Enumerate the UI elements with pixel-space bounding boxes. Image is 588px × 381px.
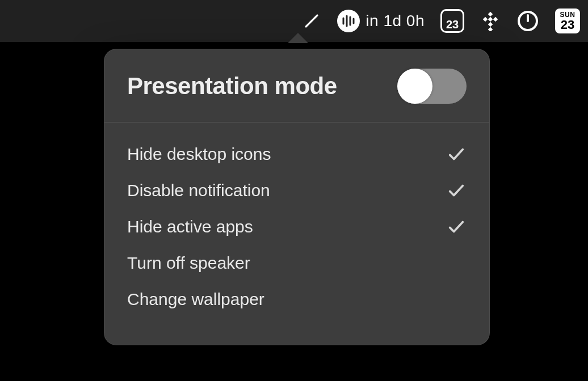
check-icon: [446, 217, 467, 237]
day-badge-dow: SUN: [560, 11, 576, 18]
menu-item-change-wallpaper[interactable]: Change wallpaper: [127, 281, 467, 318]
menubar-calendar-item[interactable]: 23: [440, 0, 464, 42]
calendar-day-number: 23: [446, 19, 459, 30]
svg-rect-6: [488, 12, 493, 16]
popover-panel: Presentation mode Hide desktop icons Dis…: [104, 49, 490, 345]
popover-arrow: [288, 33, 308, 43]
day-badge-number: 23: [561, 19, 574, 31]
popover-menu-list: Hide desktop icons Disable notification …: [104, 122, 489, 345]
popover-header: Presentation mode: [104, 49, 489, 122]
check-icon: [446, 144, 467, 164]
menubar-day-badge-item[interactable]: SUN 23: [555, 0, 580, 42]
menu-item-disable-notification[interactable]: Disable notification: [127, 172, 467, 209]
svg-rect-7: [483, 17, 488, 22]
power-circle-icon: [516, 10, 539, 32]
menubar-sound-item[interactable]: in 1d 0h: [337, 0, 425, 42]
svg-rect-10: [488, 22, 493, 27]
svg-line-0: [306, 15, 317, 27]
menubar-power-item[interactable]: [516, 0, 539, 42]
menu-item-label: Hide desktop icons: [127, 145, 271, 164]
svg-point-1: [337, 10, 360, 32]
presentation-mode-toggle[interactable]: [397, 69, 467, 104]
svg-rect-8: [493, 17, 498, 22]
pencil-icon: [302, 11, 321, 31]
diamond-grid-icon: [480, 11, 501, 31]
menu-item-turn-off-speaker[interactable]: Turn off speaker: [127, 245, 467, 281]
menu-item-label: Change wallpaper: [127, 290, 264, 309]
check-icon: [446, 180, 467, 201]
menu-item-label: Disable notification: [127, 181, 270, 200]
toggle-knob: [397, 69, 432, 104]
popover-title: Presentation mode: [127, 73, 337, 100]
sound-countdown-label: in 1d 0h: [366, 12, 425, 30]
menu-item-hide-active-apps[interactable]: Hide active apps: [127, 209, 467, 245]
svg-rect-11: [488, 27, 493, 31]
menubar-diamond-grid-item[interactable]: [480, 0, 501, 42]
menu-item-label: Hide active apps: [127, 217, 253, 236]
sound-waveform-icon: [337, 10, 360, 32]
menu-item-hide-desktop-icons[interactable]: Hide desktop icons: [127, 136, 467, 172]
svg-rect-9: [488, 17, 493, 22]
day-badge-icon: SUN 23: [555, 9, 580, 33]
presentation-mode-popover: Presentation mode Hide desktop icons Dis…: [104, 41, 490, 345]
menu-item-label: Turn off speaker: [127, 253, 250, 273]
calendar-icon: 23: [440, 9, 464, 33]
